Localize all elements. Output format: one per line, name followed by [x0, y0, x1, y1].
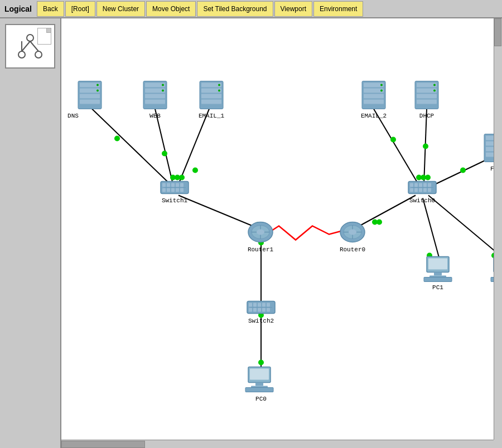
svg-point-124 [349, 230, 356, 235]
svg-rect-132 [267, 303, 270, 307]
svg-point-62 [218, 90, 220, 92]
svg-text:Router1: Router1 [248, 246, 274, 253]
root-button[interactable]: [Root] [65, 1, 95, 17]
svg-point-19 [162, 151, 167, 157]
canvas-area[interactable]: DNS WEB EMAIL_1 [61, 18, 502, 448]
toolbar: Logical Back [Root] New Cluster Move Obj… [0, 0, 502, 18]
svg-text:PC1: PC1 [432, 284, 443, 291]
svg-rect-107 [428, 183, 431, 187]
svg-rect-67 [364, 94, 384, 99]
scrollbar-thumb-vertical[interactable] [494, 18, 501, 46]
svg-rect-134 [253, 308, 257, 312]
horizontal-scrollbar[interactable] [61, 440, 494, 448]
svg-text:PC0: PC0 [255, 396, 267, 402]
svg-point-33 [372, 220, 378, 225]
svg-point-2 [27, 35, 33, 41]
svg-rect-60 [201, 100, 221, 104]
svg-line-8 [178, 109, 209, 184]
svg-line-3 [22, 41, 30, 51]
svg-point-20 [192, 168, 198, 173]
toolbar-title: Logical [0, 4, 36, 13]
svg-rect-111 [423, 188, 427, 192]
svg-point-1 [35, 51, 42, 58]
svg-rect-97 [171, 188, 175, 192]
network-diagram: DNS WEB EMAIL_1 [61, 18, 502, 448]
svg-rect-129 [253, 303, 257, 307]
svg-rect-105 [419, 183, 422, 187]
svg-point-61 [218, 84, 220, 86]
svg-point-45 [96, 84, 99, 86]
svg-rect-109 [414, 188, 418, 192]
environment-button[interactable]: Environment [313, 1, 363, 17]
move-object-button[interactable]: Move Object [146, 1, 196, 17]
svg-point-70 [380, 90, 383, 92]
svg-rect-136 [262, 308, 266, 312]
svg-rect-135 [258, 308, 261, 312]
svg-text:DNS: DNS [67, 113, 79, 119]
svg-line-16 [423, 198, 440, 260]
svg-text:EMAIL_1: EMAIL_1 [199, 113, 225, 119]
svg-line-6 [92, 109, 170, 184]
svg-rect-143 [245, 388, 273, 392]
svg-text:Switch2: Switch2 [248, 318, 274, 324]
svg-rect-106 [423, 183, 427, 187]
svg-rect-112 [428, 188, 431, 192]
svg-text:Router0: Router0 [340, 246, 365, 253]
left-panel [0, 18, 61, 448]
svg-rect-99 [180, 188, 184, 192]
back-button[interactable]: Back [37, 1, 64, 17]
svg-rect-140 [250, 369, 269, 380]
svg-point-25 [423, 144, 428, 149]
svg-rect-103 [410, 183, 413, 187]
svg-rect-44 [80, 100, 100, 104]
svg-rect-43 [80, 94, 100, 99]
svg-rect-146 [428, 259, 447, 270]
svg-rect-96 [167, 188, 170, 192]
svg-text:DHCP: DHCP [419, 113, 435, 119]
svg-rect-94 [180, 183, 184, 187]
svg-line-17 [428, 196, 502, 260]
svg-point-46 [96, 90, 99, 92]
svg-rect-131 [262, 303, 266, 307]
svg-point-118 [257, 230, 264, 235]
svg-rect-130 [258, 303, 261, 307]
svg-point-54 [162, 90, 164, 92]
svg-rect-51 [145, 94, 165, 99]
svg-rect-90 [162, 183, 166, 187]
set-tiled-background-button[interactable]: Set Tiled Background [197, 1, 273, 17]
svg-rect-75 [417, 94, 437, 99]
svg-rect-52 [145, 100, 165, 104]
svg-point-0 [18, 51, 25, 58]
svg-rect-104 [414, 183, 418, 187]
svg-rect-137 [267, 308, 270, 312]
svg-rect-133 [249, 308, 252, 312]
vertical-scrollbar[interactable] [494, 18, 502, 440]
svg-rect-59 [201, 94, 221, 99]
viewport-button[interactable]: Viewport [274, 1, 312, 17]
svg-rect-108 [410, 188, 413, 192]
svg-text:EMAIL_2: EMAIL_2 [361, 113, 387, 119]
new-cluster-button[interactable]: New Cluster [96, 1, 145, 17]
svg-rect-91 [167, 183, 170, 187]
svg-rect-92 [171, 183, 175, 187]
svg-text:Switch0: Switch0 [409, 197, 435, 204]
main-area: DNS WEB EMAIL_1 [0, 18, 502, 448]
scrollbar-thumb-horizontal[interactable] [61, 441, 145, 448]
svg-point-18 [114, 136, 120, 142]
svg-point-23 [179, 175, 185, 181]
svg-rect-95 [162, 188, 166, 192]
svg-text:WEB: WEB [149, 113, 161, 119]
svg-point-37 [258, 360, 264, 366]
scrollbar-corner [494, 440, 502, 448]
svg-rect-110 [419, 188, 422, 192]
svg-point-26 [460, 168, 466, 173]
svg-line-12 [178, 196, 259, 229]
svg-point-53 [162, 84, 164, 86]
logo-area [5, 24, 55, 69]
svg-rect-68 [364, 100, 384, 104]
svg-text:Switch1: Switch1 [162, 197, 188, 204]
svg-point-78 [433, 90, 436, 92]
svg-rect-128 [249, 303, 252, 307]
svg-point-29 [425, 175, 431, 181]
svg-point-69 [380, 84, 383, 86]
